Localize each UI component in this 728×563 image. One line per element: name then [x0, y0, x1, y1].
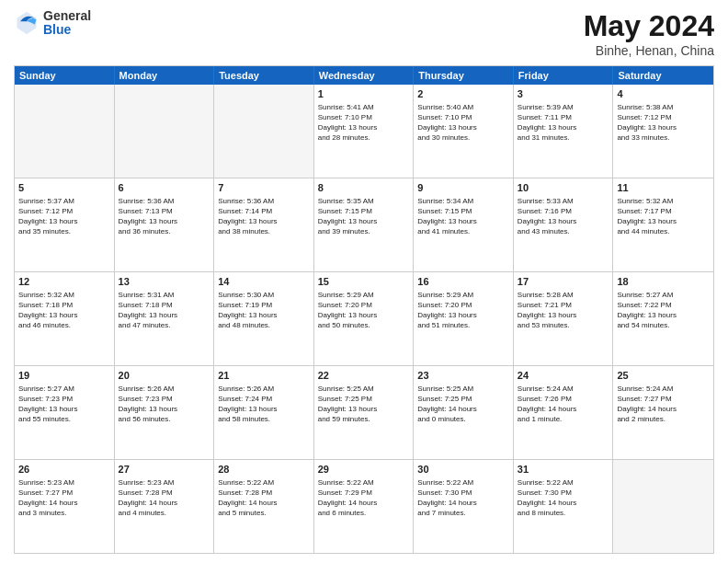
day-number: 15 — [318, 275, 410, 289]
cal-cell: 9Sunrise: 5:34 AM Sunset: 7:15 PM Daylig… — [414, 178, 514, 271]
cell-detail: Sunrise: 5:23 AM Sunset: 7:28 PM Dayligh… — [119, 477, 210, 519]
cell-detail: Sunrise: 5:27 AM Sunset: 7:22 PM Dayligh… — [617, 290, 710, 331]
cell-detail: Sunrise: 5:22 AM Sunset: 7:29 PM Dayligh… — [318, 477, 410, 519]
day-number: 27 — [119, 463, 210, 477]
cell-detail: Sunrise: 5:36 AM Sunset: 7:14 PM Dayligh… — [218, 196, 310, 237]
day-number: 5 — [18, 181, 110, 195]
cal-cell: 29Sunrise: 5:22 AM Sunset: 7:29 PM Dayli… — [314, 460, 415, 553]
calendar: SundayMondayTuesdayWednesdayThursdayFrid… — [14, 65, 714, 554]
cal-cell: 3Sunrise: 5:39 AM Sunset: 7:11 PM Daylig… — [514, 85, 614, 178]
day-number: 18 — [617, 275, 710, 289]
cell-detail: Sunrise: 5:22 AM Sunset: 7:30 PM Dayligh… — [417, 477, 509, 519]
day-number: 8 — [318, 181, 410, 195]
cal-cell: 20Sunrise: 5:26 AM Sunset: 7:23 PM Dayli… — [115, 366, 215, 459]
cell-detail: Sunrise: 5:24 AM Sunset: 7:26 PM Dayligh… — [518, 384, 609, 425]
logo-blue: Blue — [43, 23, 91, 37]
title-block: May 2024 Binhe, Henan, China — [584, 9, 714, 58]
cell-detail: Sunrise: 5:39 AM Sunset: 7:11 PM Dayligh… — [518, 102, 609, 144]
cal-cell: 6Sunrise: 5:36 AM Sunset: 7:13 PM Daylig… — [115, 178, 215, 271]
day-number: 9 — [417, 181, 509, 195]
header-day-tuesday: Tuesday — [214, 66, 314, 85]
cal-cell: 14Sunrise: 5:30 AM Sunset: 7:19 PM Dayli… — [214, 272, 314, 365]
header-day-friday: Friday — [514, 66, 614, 85]
cal-cell: 2Sunrise: 5:40 AM Sunset: 7:10 PM Daylig… — [414, 85, 514, 178]
cell-detail: Sunrise: 5:41 AM Sunset: 7:10 PM Dayligh… — [318, 102, 410, 144]
day-number: 23 — [417, 369, 509, 383]
header-day-sunday: Sunday — [15, 66, 115, 85]
day-number: 2 — [417, 87, 509, 101]
cell-detail: Sunrise: 5:34 AM Sunset: 7:15 PM Dayligh… — [417, 196, 509, 237]
day-number: 3 — [518, 87, 609, 101]
day-number: 26 — [18, 463, 110, 477]
header-day-thursday: Thursday — [414, 66, 514, 85]
week-row-4: 26Sunrise: 5:23 AM Sunset: 7:27 PM Dayli… — [15, 459, 713, 553]
day-number: 14 — [218, 275, 310, 289]
cell-detail: Sunrise: 5:27 AM Sunset: 7:23 PM Dayligh… — [18, 384, 110, 425]
cal-cell: 31Sunrise: 5:22 AM Sunset: 7:30 PM Dayli… — [514, 460, 614, 553]
cell-detail: Sunrise: 5:29 AM Sunset: 7:20 PM Dayligh… — [417, 290, 509, 331]
day-number: 24 — [518, 369, 609, 383]
cal-cell: 15Sunrise: 5:29 AM Sunset: 7:20 PM Dayli… — [314, 272, 415, 365]
cell-detail: Sunrise: 5:36 AM Sunset: 7:13 PM Dayligh… — [119, 196, 210, 237]
logo: General Blue — [14, 9, 91, 38]
cell-detail: Sunrise: 5:23 AM Sunset: 7:27 PM Dayligh… — [18, 477, 110, 519]
logo-general: General — [43, 9, 91, 23]
title-location: Binhe, Henan, China — [584, 43, 714, 58]
cal-cell: 12Sunrise: 5:32 AM Sunset: 7:18 PM Dayli… — [15, 272, 115, 365]
cal-cell: 24Sunrise: 5:24 AM Sunset: 7:26 PM Dayli… — [514, 366, 614, 459]
day-number: 19 — [18, 369, 110, 383]
cell-detail: Sunrise: 5:40 AM Sunset: 7:10 PM Dayligh… — [417, 102, 509, 144]
day-number: 17 — [518, 275, 609, 289]
cal-cell: 27Sunrise: 5:23 AM Sunset: 7:28 PM Dayli… — [115, 460, 215, 553]
cal-cell — [613, 460, 713, 553]
cell-detail: Sunrise: 5:22 AM Sunset: 7:30 PM Dayligh… — [518, 477, 609, 519]
cal-cell — [15, 85, 115, 178]
cal-cell: 13Sunrise: 5:31 AM Sunset: 7:18 PM Dayli… — [115, 272, 215, 365]
day-number: 28 — [218, 463, 310, 477]
cell-detail: Sunrise: 5:25 AM Sunset: 7:25 PM Dayligh… — [417, 384, 509, 425]
cell-detail: Sunrise: 5:31 AM Sunset: 7:18 PM Dayligh… — [119, 290, 210, 331]
cell-detail: Sunrise: 5:32 AM Sunset: 7:17 PM Dayligh… — [617, 196, 710, 237]
day-number: 20 — [119, 369, 210, 383]
cal-cell: 17Sunrise: 5:28 AM Sunset: 7:21 PM Dayli… — [514, 272, 614, 365]
day-number: 30 — [417, 463, 509, 477]
cell-detail: Sunrise: 5:24 AM Sunset: 7:27 PM Dayligh… — [617, 384, 710, 425]
cal-cell: 1Sunrise: 5:41 AM Sunset: 7:10 PM Daylig… — [314, 85, 415, 178]
cal-cell — [115, 85, 215, 178]
week-row-0: 1Sunrise: 5:41 AM Sunset: 7:10 PM Daylig… — [15, 85, 713, 178]
header-day-monday: Monday — [115, 66, 215, 85]
cell-detail: Sunrise: 5:37 AM Sunset: 7:12 PM Dayligh… — [18, 196, 110, 237]
cell-detail: Sunrise: 5:29 AM Sunset: 7:20 PM Dayligh… — [318, 290, 410, 331]
cell-detail: Sunrise: 5:22 AM Sunset: 7:28 PM Dayligh… — [218, 477, 310, 519]
week-row-2: 12Sunrise: 5:32 AM Sunset: 7:18 PM Dayli… — [15, 271, 713, 365]
cell-detail: Sunrise: 5:28 AM Sunset: 7:21 PM Dayligh… — [518, 290, 609, 331]
logo-icon — [14, 10, 40, 36]
header: General Blue May 2024 Binhe, Henan, Chin… — [14, 9, 714, 58]
cal-cell: 7Sunrise: 5:36 AM Sunset: 7:14 PM Daylig… — [214, 178, 314, 271]
week-row-1: 5Sunrise: 5:37 AM Sunset: 7:12 PM Daylig… — [15, 178, 713, 271]
title-month: May 2024 — [584, 9, 714, 43]
cal-cell: 5Sunrise: 5:37 AM Sunset: 7:12 PM Daylig… — [15, 178, 115, 271]
cal-cell: 18Sunrise: 5:27 AM Sunset: 7:22 PM Dayli… — [613, 272, 713, 365]
day-number: 11 — [617, 181, 710, 195]
day-number: 6 — [119, 181, 210, 195]
cell-detail: Sunrise: 5:26 AM Sunset: 7:24 PM Dayligh… — [218, 384, 310, 425]
day-number: 4 — [617, 87, 710, 101]
header-day-saturday: Saturday — [613, 66, 713, 85]
cell-detail: Sunrise: 5:35 AM Sunset: 7:15 PM Dayligh… — [318, 196, 410, 237]
cal-cell: 11Sunrise: 5:32 AM Sunset: 7:17 PM Dayli… — [613, 178, 713, 271]
day-number: 29 — [318, 463, 410, 477]
cal-cell: 19Sunrise: 5:27 AM Sunset: 7:23 PM Dayli… — [15, 366, 115, 459]
cal-cell: 8Sunrise: 5:35 AM Sunset: 7:15 PM Daylig… — [314, 178, 415, 271]
calendar-body: 1Sunrise: 5:41 AM Sunset: 7:10 PM Daylig… — [15, 85, 713, 553]
cal-cell — [214, 85, 314, 178]
header-day-wednesday: Wednesday — [314, 66, 415, 85]
cell-detail: Sunrise: 5:32 AM Sunset: 7:18 PM Dayligh… — [18, 290, 110, 331]
cell-detail: Sunrise: 5:38 AM Sunset: 7:12 PM Dayligh… — [617, 102, 710, 144]
cal-cell: 16Sunrise: 5:29 AM Sunset: 7:20 PM Dayli… — [414, 272, 514, 365]
day-number: 25 — [617, 369, 710, 383]
cal-cell: 10Sunrise: 5:33 AM Sunset: 7:16 PM Dayli… — [514, 178, 614, 271]
day-number: 7 — [218, 181, 310, 195]
day-number: 22 — [318, 369, 410, 383]
cell-detail: Sunrise: 5:25 AM Sunset: 7:25 PM Dayligh… — [318, 384, 410, 425]
